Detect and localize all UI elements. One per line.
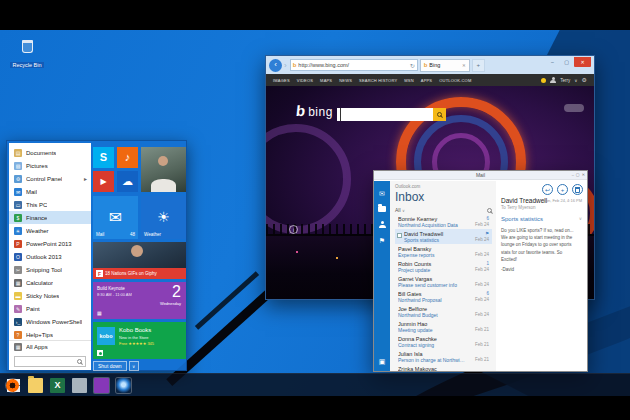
mail-window-controls: – ▢ ✕: [572, 172, 585, 177]
start-menu-item[interactable]: ✎ Paint ▸: [9, 302, 91, 315]
flag-icon[interactable]: ⚑: [379, 237, 385, 244]
bing-nav-link[interactable]: SEARCH HISTORY: [359, 78, 397, 83]
contacts-icon[interactable]: [379, 221, 386, 228]
rewards-icon[interactable]: [541, 78, 546, 83]
app-gray-icon[interactable]: [72, 378, 87, 393]
start-menu-item[interactable]: ▭ This PC ▸: [9, 198, 91, 211]
start-menu-item[interactable]: ▦ Calculator ▸: [9, 276, 91, 289]
tile-weather[interactable]: ☀ Weather: [141, 196, 186, 239]
message-list-item[interactable]: Julian Isla Person in charge at Northwi……: [395, 349, 492, 364]
gear-icon[interactable]: ⚙: [582, 77, 587, 83]
message-list-pane: Outlook.com Inbox All ∨ Bonnie Kearney N…: [390, 181, 496, 371]
bing-nav-link[interactable]: IMAGES: [273, 78, 290, 83]
start-menu-item[interactable]: ✉ Mail ▸: [9, 185, 91, 198]
user-chevron-icon[interactable]: ∨: [574, 78, 577, 83]
recycle-bin-icon: [22, 40, 33, 53]
image-info-button[interactable]: i: [289, 225, 298, 234]
bing-search-input[interactable]: [340, 108, 433, 121]
browser-tab[interactable]: b Bing ✕: [420, 59, 470, 72]
tile-mail[interactable]: ✉ Mail 48: [93, 196, 138, 239]
mail-window: Mail – ▢ ✕ ✉ ⚑ ▣ Outlook.com Inbox All ∨: [373, 170, 588, 372]
bing-nav-link[interactable]: MSN: [404, 78, 414, 83]
bing-nav-link[interactable]: NEWS: [339, 78, 352, 83]
app-orange-icon[interactable]: [6, 379, 19, 392]
start-menu-item[interactable]: ☀ Weather ▸: [9, 224, 91, 237]
folders-icon[interactable]: [378, 206, 386, 212]
all-apps-button[interactable]: ▦ All Apps: [9, 340, 91, 353]
respond-button[interactable]: ↩: [542, 184, 553, 195]
start-search-input[interactable]: [18, 359, 77, 365]
maximize-button[interactable]: ▢: [576, 172, 580, 177]
back-button[interactable]: ‹: [269, 59, 282, 72]
inbox-icon[interactable]: ✉: [379, 190, 385, 197]
bing-nav-link[interactable]: MAPS: [320, 78, 332, 83]
tile-video[interactable]: ▶: [93, 171, 114, 192]
message-list-item[interactable]: Garret Vargas Please send customer info …: [395, 274, 492, 289]
hero-nav-pill[interactable]: [564, 104, 584, 112]
minimize-button[interactable]: –: [546, 57, 559, 67]
bing-search-button[interactable]: [433, 108, 446, 121]
file-explorer-icon[interactable]: [28, 378, 43, 393]
start-menu-item[interactable]: ▬ Sticky Notes ▸: [9, 289, 91, 302]
tile-kobo[interactable]: kobo Kobo Books New in the Store Free ★★…: [93, 322, 186, 359]
tile-onedrive[interactable]: ☁: [117, 171, 138, 192]
skype-icon: S: [93, 151, 114, 163]
start-menu-item[interactable]: O Outlook 2013 ▸: [9, 250, 91, 263]
start-menu-item[interactable]: P PowerPoint 2013 ▸: [9, 237, 91, 250]
message-list-item[interactable]: Bonnie Kearney Northwind Acquisition Dat…: [395, 214, 492, 229]
start-menu-item[interactable]: ✂ Snipping Tool ▸: [9, 263, 91, 276]
shutdown-button[interactable]: Shut down: [93, 361, 127, 371]
start-menu-item[interactable]: $ Finance ▸: [9, 211, 91, 224]
refresh-icon[interactable]: ↻: [410, 62, 415, 69]
message-list-item[interactable]: Robin Counts Project update 1 Feb 24: [395, 259, 492, 274]
bing-nav-link[interactable]: APPS: [421, 78, 432, 83]
close-button[interactable]: ✕: [574, 57, 591, 67]
message-list-item[interactable]: Zrinka Makovac: [395, 364, 492, 371]
subject-chevron-icon[interactable]: ∨: [579, 216, 582, 222]
message-list-item[interactable]: Joe Belfiore Northwind Budget Feb 24: [395, 304, 492, 319]
new-tab-button[interactable]: +: [472, 59, 485, 72]
layers-icon[interactable]: ▣: [379, 358, 386, 365]
tile-flipboard[interactable]: F 18 Nations GIFs on Giphy: [93, 242, 186, 279]
url-input[interactable]: [298, 62, 407, 68]
tab-close-icon[interactable]: ✕: [462, 63, 466, 68]
shutdown-chevron-icon[interactable]: ∨: [129, 361, 139, 371]
tile-music[interactable]: ♪: [117, 147, 138, 168]
delete-button[interactable]: [572, 184, 583, 195]
message-list-item[interactable]: Donna Paschke Contract signing Feb 21: [395, 334, 492, 349]
recycle-bin[interactable]: Recycle Bin: [10, 40, 44, 71]
maximize-button[interactable]: ▢: [560, 57, 573, 67]
start-menu-item[interactable]: ▧ Pictures ▸: [9, 159, 91, 172]
forward-button[interactable]: ›: [284, 61, 287, 70]
message-date: Feb 24: [475, 312, 489, 317]
bing-nav-link[interactable]: OUTLOOK.COM: [439, 78, 471, 83]
bing-nav-link[interactable]: VIDEOS: [297, 78, 313, 83]
new-mail-button[interactable]: +: [557, 184, 568, 195]
message-list-item[interactable]: Junmin Hao Meeting update Feb 21: [395, 319, 492, 334]
video-icon: ▶: [93, 177, 114, 186]
flipboard-icon: F: [96, 270, 103, 277]
filter-chevron-icon[interactable]: ∨: [402, 208, 405, 213]
message-list-item[interactable]: Pavel Bansky Expense reports Feb 24: [395, 244, 492, 259]
message-list-item[interactable]: Bill Gates Northwind Proposal 6 Feb 24: [395, 289, 492, 304]
app-purple-icon[interactable]: [94, 378, 109, 393]
start-menu-item[interactable]: ›_ Windows PowerShell ▸: [9, 315, 91, 328]
bing-search-box[interactable]: [337, 108, 446, 121]
close-button[interactable]: ✕: [582, 172, 585, 177]
minimize-button[interactable]: –: [572, 172, 574, 177]
address-bar[interactable]: b ↻: [290, 59, 418, 71]
search-icon[interactable]: [487, 208, 492, 213]
tile-skype[interactable]: S: [93, 147, 114, 168]
message-list-item[interactable]: David Treadwell Sports statistics ⚑ Feb …: [395, 229, 492, 244]
start-menu-item[interactable]: ▤ Documents ▸: [9, 146, 91, 159]
message-checkbox[interactable]: [397, 233, 402, 238]
app-orb-icon[interactable]: [116, 378, 131, 393]
filter-dropdown[interactable]: All: [395, 207, 401, 213]
documents-icon: ▤: [14, 149, 22, 157]
tile-photos[interactable]: [141, 147, 186, 192]
start-menu-item[interactable]: ⚙ Control Panel ▸: [9, 172, 91, 185]
tile-calendar[interactable]: Build Keynote 8:30 AM - 11:00 AM 2 Wedne…: [93, 282, 186, 319]
start-search-box[interactable]: [14, 356, 86, 367]
excel-icon[interactable]: X: [50, 378, 65, 393]
signed-in-user[interactable]: Terry: [560, 78, 570, 83]
